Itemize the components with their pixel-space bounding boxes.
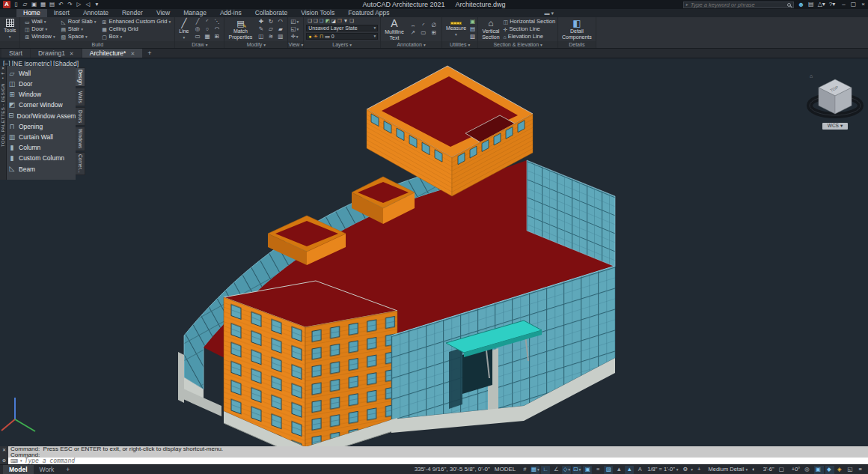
qat-customize-icon[interactable]: ▾ [93,1,101,7]
draw-mini-icon[interactable]: ⋱ [212,18,221,25]
isolate-objects-icon[interactable]: ◎ [803,466,813,474]
build-item[interactable]: ▤Stair [59,25,98,33]
close-button[interactable]: × [861,1,865,7]
palette-tool[interactable]: ▮Custom Column [8,154,74,164]
palette-tab[interactable]: Doors [76,107,85,126]
annotation-add-scales-icon[interactable]: + [696,466,703,474]
ribbon-tab[interactable]: Manage [177,9,213,17]
view-mini-icon[interactable]: ✛ [290,34,299,40]
ortho-icon[interactable]: ∟ [541,466,550,474]
layer-tool-icon[interactable]: ❏ [320,19,324,24]
annotation-mini-icon[interactable]: ↔ [408,22,418,29]
layer-tool-icon[interactable]: ❐ [337,19,342,24]
lineweight-icon[interactable]: ≡ [593,466,602,474]
viewcube[interactable]: ⌂ TOP WCS▾ [807,70,864,130]
redo-icon[interactable]: ↷ [66,1,74,7]
search-icon[interactable] [787,3,791,7]
modify-mini-icon[interactable]: ✚ [256,18,266,25]
close-tab-icon[interactable]: ✕ [70,51,74,56]
annotation-mini-icon[interactable]: ◜ [418,22,429,29]
polar-tracking-icon[interactable]: ∠ [551,466,560,474]
detail-level-chip[interactable]: Medium Detail [705,466,749,474]
modify-mini-icon[interactable]: ◠ [275,18,285,25]
annotation-mini-icon[interactable]: ▭ [418,29,429,37]
open-folder-icon[interactable]: ▱ [21,1,29,7]
palette-close-icon[interactable]: ✕ [1,67,5,71]
panel-label-build[interactable]: Build [20,41,174,48]
ribbon-tab[interactable]: Annotate [76,9,115,17]
draw-mini-icon[interactable]: ▦ [202,33,212,40]
ribbon-tab[interactable]: Featured Apps [341,9,396,17]
palette-tool[interactable]: ◺Beam [8,164,74,174]
modify-mini-icon[interactable]: ✎ [256,25,266,33]
multiline-text-button[interactable]: AMultilineText [383,18,406,40]
cut-plane-icon[interactable]: ◐ [751,466,759,474]
command-input[interactable] [25,458,868,464]
new-file-icon[interactable]: ▯ [12,1,20,7]
palette-tool[interactable]: ⊓Opening [8,121,74,132]
palette-tool[interactable]: ▮Column [8,142,74,153]
view-mini-icon[interactable]: ◱ [290,26,299,32]
cut-plane-height[interactable]: 3'-6" [760,466,776,474]
new-tab-button[interactable]: + [143,49,156,58]
palette-properties-icon[interactable]: ▪ [2,76,4,81]
build-item[interactable]: ⊞Window [22,33,56,40]
workspace-gear-icon[interactable]: ⚙ [682,466,695,474]
modify-mini-icon[interactable]: ↻ [266,18,275,25]
rotation-chip[interactable]: +0° [789,466,802,474]
open-from-web-icon[interactable]: ▷ [75,1,83,7]
palette-tool[interactable]: ⊞Window [8,89,74,100]
plot-icon[interactable]: ▤ [48,1,56,7]
palette-tab[interactable]: Corner... [76,152,85,175]
search-box[interactable]: ▸ [683,1,794,8]
panel-label-modify[interactable]: Modify [224,41,287,48]
close-tab-icon[interactable]: ✕ [130,51,135,56]
wcs-dropdown[interactable]: WCS▾ [822,123,848,130]
palette-tab[interactable]: Design [76,67,85,87]
command-window-grip[interactable]: ✕ ⚙ [0,446,8,464]
line-button[interactable]: ╱Line [177,18,190,40]
layer-tool-icon[interactable]: ◩ [326,19,330,24]
command-recent-icon[interactable]: ▾ [20,459,22,463]
panel-label-utilities[interactable]: Utilities [442,41,477,48]
hardware-accel-icon[interactable]: ▣ [814,466,824,474]
undo-icon[interactable]: ↶ [57,1,65,7]
layer-tool-icon[interactable]: ❏ [314,19,318,24]
build-item[interactable]: ▧Space [59,33,98,40]
palette-tool[interactable]: ◩Corner Window [8,100,74,111]
draw-mini-icon[interactable]: ▭ [192,33,202,40]
layer-tool-icon[interactable]: ❏ [308,19,312,24]
file-tab[interactable]: Architecture*✕ [82,49,143,58]
match-properties-button[interactable]: ▤✎MatchProperties [227,18,254,40]
palette-tool[interactable]: ⊟Door/Window Assembly [8,111,74,121]
layer-tool-icon[interactable]: ◪ [331,19,336,24]
view-mini-icon[interactable]: ◰ [290,19,299,25]
build-item[interactable]: ⊞Enhanced Custom Grid [100,18,173,25]
build-item[interactable]: ▦Ceiling Grid [100,25,173,33]
annotation-scale-icon[interactable]: A [635,466,644,474]
section-box-icon[interactable]: ▢ [777,466,787,474]
search-input[interactable] [691,1,785,8]
autodesk-app-icon[interactable]: ◈ [836,466,845,474]
file-tab[interactable]: Drawing1✕ [31,49,82,58]
palette-tool[interactable]: ▱Wall [8,68,74,79]
snap-icon[interactable]: ▦ [531,466,540,474]
ribbon-tab[interactable]: Home [16,9,47,17]
utility-mini-icon[interactable]: ▣ [470,19,475,25]
customization-icon[interactable]: ≡ [858,466,865,474]
annotation-scale-chip[interactable]: 1/8" = 1'-0" [646,466,679,474]
vertical-section-button[interactable]: ⌂VerticalSection [480,18,501,40]
restore-button[interactable]: ▢ [851,1,857,7]
utility-mini-icon[interactable]: ▥ [470,34,475,40]
draw-mini-icon[interactable]: ◠ [212,25,221,33]
command-line[interactable]: ⌨ ▾ [0,458,868,464]
ribbon-tab[interactable]: Add-ins [213,9,248,17]
save-to-web-icon[interactable]: ◁ [84,1,92,7]
clean-screen-icon[interactable]: ◱ [846,466,856,474]
section-item[interactable]: ✛Section Line [504,25,556,33]
palette-tool[interactable]: ◫Door [8,79,74,89]
palette-tab[interactable]: Windows [76,127,85,151]
panel-label-view[interactable]: View [288,41,303,48]
command-close-icon[interactable]: ✕ [2,448,6,452]
detail-components-button[interactable]: ◧DetailComponents [560,18,593,40]
